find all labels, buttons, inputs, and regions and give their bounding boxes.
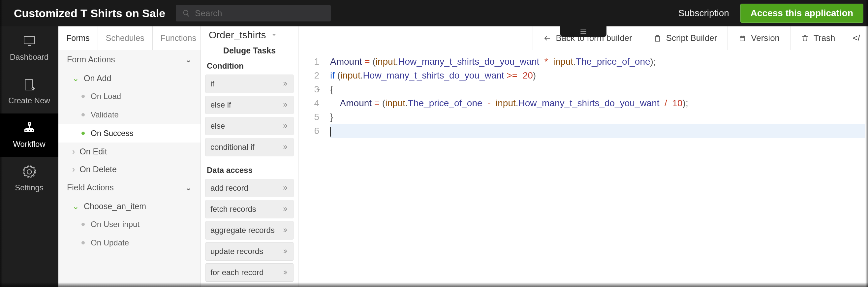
trash-button[interactable]: Trash [790,26,846,50]
action-on-update[interactable]: On Update [58,234,200,252]
task-fetch-records[interactable]: fetch records [206,200,293,219]
code-editor[interactable]: 1 2 3 4 5 6 Amount = (input.How_many_t_s… [299,50,868,287]
status-dot [82,95,85,98]
chevron-right-icon: › [72,165,75,174]
version-button[interactable]: Version [727,26,790,50]
chevron-down-icon: ⌄ [72,202,79,211]
search-icon [182,9,190,17]
task-label: conditional if [210,143,254,152]
field-choose-an-item[interactable]: ⌄ Choose_an_item [58,197,200,215]
workflow-icon [23,122,36,135]
task-aggregate-records[interactable]: aggregate records [206,221,293,239]
double-chevron-right-icon [282,185,288,191]
status-dot [82,241,85,245]
chevron-down-icon: ⌄ [185,183,192,192]
status-dot [82,113,85,116]
task-update-records[interactable]: update records [206,242,293,261]
task-else-if[interactable]: else if [206,96,293,114]
task-group-data-access: Data access [206,162,293,179]
angle-bracket-label: </ [853,33,860,43]
section-form-actions[interactable]: Form Actions ⌄ [58,50,200,69]
app-title: Customized T Shirts on Sale [14,7,165,20]
event-on-edit[interactable]: › On Edit [58,143,200,160]
task-label: else [210,121,225,131]
deluge-tasks-title: Deluge Tasks [201,44,298,57]
task-if[interactable]: if [206,75,293,93]
action-label: On Update [91,238,129,248]
task-group-condition: Condition [206,57,293,75]
form-name-label: Order_tshirts [209,29,266,40]
event-label: On Edit [80,147,107,156]
double-chevron-right-icon [282,123,288,129]
search-input[interactable] [195,8,324,19]
task-label: else if [210,100,231,110]
calendar-icon [738,34,746,42]
task-conditional-if[interactable]: conditional if [206,138,293,156]
action-on-success[interactable]: On Success [58,124,200,143]
nav-label: Settings [15,183,43,192]
code-body[interactable]: Amount = (input.How_many_t_shirts_do_you… [324,50,868,287]
menu-icon [579,27,588,36]
event-label: On Delete [80,165,117,174]
double-chevron-right-icon [282,144,288,150]
nav-create-new[interactable]: Create New [0,70,58,113]
section-label: Field Actions [67,183,114,192]
event-on-delete[interactable]: › On Delete [58,160,200,178]
action-validate[interactable]: Validate [58,106,200,124]
action-label: On User input [91,220,140,229]
double-chevron-right-icon [282,227,288,234]
status-dot [82,132,85,135]
double-chevron-right-icon [282,248,288,255]
action-label: On Success [91,128,133,138]
button-label: Version [751,33,780,43]
panel-drag-handle[interactable] [560,26,607,37]
double-chevron-right-icon [282,81,288,87]
section-field-actions[interactable]: Field Actions ⌄ [58,178,200,197]
script-builder-button[interactable]: Script Builder [643,26,728,50]
task-label: update records [210,247,263,256]
event-label: On Add [84,74,111,83]
trash-icon [801,34,809,42]
nav-label: Workflow [13,140,45,149]
button-label: Trash [814,33,835,43]
task-add-record[interactable]: add record [206,179,293,197]
nav-dashboard[interactable]: Dashboard [0,26,58,70]
task-label: fetch records [210,204,256,214]
button-label: Script Builder [666,33,717,43]
status-dot [82,223,85,226]
task-for-each-record[interactable]: for each record [206,263,293,282]
action-on-load[interactable]: On Load [58,87,200,106]
arrow-left-icon [544,34,551,42]
nav-settings[interactable]: Settings [0,157,58,201]
subscription-link[interactable]: Subscription [678,8,729,19]
task-label: for each record [210,268,264,277]
text-cursor [330,127,331,137]
double-chevron-right-icon [282,269,288,276]
tablet-plus-icon [23,78,36,91]
tab-functions[interactable]: Functions [153,26,201,50]
access-application-button[interactable]: Access this application [740,4,863,23]
double-chevron-right-icon [282,206,288,212]
tab-schedules[interactable]: Schedules [98,26,153,50]
code-bracket-button[interactable]: </ [846,26,867,50]
task-else[interactable]: else [206,117,293,135]
chevron-down-icon [271,31,278,38]
line-gutter: 1 2 3 4 5 6 [299,50,324,287]
event-label: Choose_an_item [84,202,146,211]
action-label: Validate [91,110,119,119]
gear-icon [23,165,36,178]
section-label: Form Actions [67,55,115,64]
monitor-icon [23,35,36,48]
event-on-add[interactable]: ⌄ On Add [58,69,200,87]
action-on-user-input[interactable]: On User input [58,215,200,234]
nav-workflow[interactable]: Workflow [0,113,58,157]
search-wrap[interactable] [176,5,331,22]
task-label: aggregate records [210,226,275,235]
chevron-down-icon: ⌄ [72,74,79,83]
clipboard-icon [654,34,661,42]
action-label: On Load [91,92,121,101]
task-label: if [210,79,214,88]
chevron-down-icon: ⌄ [185,55,192,64]
tab-forms[interactable]: Forms [58,26,98,50]
form-selector[interactable]: Order_tshirts [201,26,298,44]
